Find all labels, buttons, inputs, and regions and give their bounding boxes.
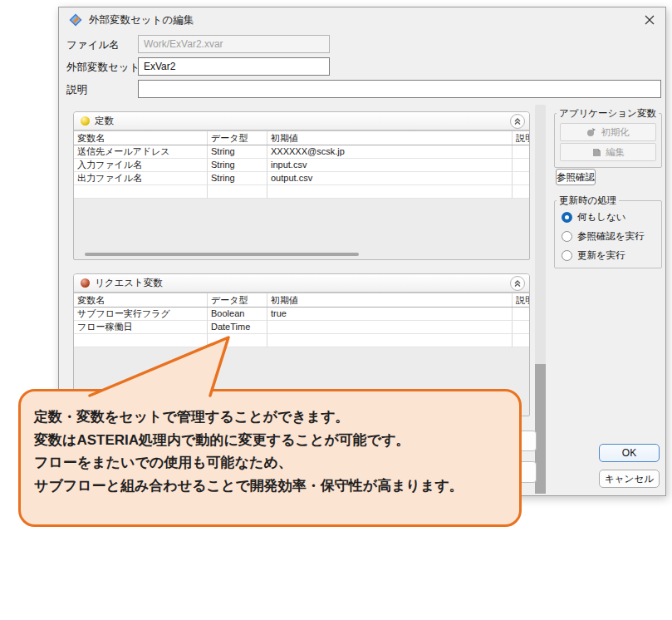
request-variables-section-title: リクエスト変数: [95, 277, 163, 289]
application-variables-label: アプリケーション変数: [557, 107, 659, 120]
page: 外部変数セットの編集 ファイル名 外部変数セット名 説明 定数 変数名: [0, 0, 672, 620]
collapse-request-variables-icon[interactable]: [510, 276, 525, 291]
reference-check-button[interactable]: 参照確認: [556, 169, 596, 185]
initialize-button[interactable]: 初期化: [560, 123, 656, 141]
cell-variable-name[interactable]: 送信先メールアドレス: [74, 145, 208, 159]
col-initial-value: 初期値: [267, 131, 513, 145]
on-update-group: 更新時の処理 何もしない 参照確認を実行 更新を実行: [554, 200, 662, 268]
table-row[interactable]: 送信先メールアドレス String XXXXXX@scsk.jp: [74, 145, 529, 159]
cell-initial-value[interactable]: XXXXXX@scsk.jp: [267, 145, 513, 159]
app-icon: [69, 13, 82, 27]
radio-unselected-icon[interactable]: [562, 250, 572, 261]
initialize-button-label: 初期化: [601, 126, 630, 139]
callout-tail: [79, 329, 245, 399]
close-icon[interactable]: [639, 10, 660, 30]
radio-run-reference-check[interactable]: 参照確認を実行: [562, 230, 645, 242]
cell-description[interactable]: [513, 308, 529, 321]
callout-line: フローをまたいでの使用も可能なため、: [34, 451, 508, 475]
dialog-title: 外部変数セットの編集: [89, 7, 194, 32]
description-label: 説明: [66, 81, 87, 99]
radio-label: 参照確認を実行: [577, 230, 645, 243]
callout-line: 定数・変数をセットで管理することができます。: [34, 406, 508, 429]
constants-table[interactable]: 変数名 データ型 初期値 説明 送信先メールアドレス String XXXXXX…: [74, 130, 529, 199]
table-empty-row[interactable]: [74, 185, 529, 199]
radio-label: 更新を実行: [577, 249, 625, 262]
cancel-button-label: キャンセル: [605, 473, 654, 485]
cell-initial-value[interactable]: output.csv: [267, 172, 513, 185]
application-variables-group: アプリケーション変数 初期化 編集: [554, 113, 662, 168]
cell-variable-name[interactable]: 出力ファイル名: [74, 172, 208, 185]
yellow-ball-icon: [81, 116, 90, 125]
cell-description[interactable]: [513, 145, 529, 159]
constants-section-header: 定数: [74, 112, 529, 130]
col-variable-name: 変数名: [74, 293, 208, 307]
col-description: 説明: [513, 131, 529, 145]
empty-cell: [74, 185, 208, 199]
radio-selected-icon[interactable]: [562, 212, 572, 223]
table-row[interactable]: 入力ファイル名 String input.csv: [74, 159, 529, 172]
description-field[interactable]: [138, 80, 661, 98]
collapse-constants-icon[interactable]: [510, 114, 525, 129]
cell-data-type[interactable]: Boolean: [208, 308, 267, 321]
cell-data-type[interactable]: String: [208, 145, 267, 159]
radio-run-update[interactable]: 更新を実行: [562, 249, 625, 261]
initialize-icon: [586, 127, 596, 137]
empty-cell: [513, 334, 529, 347]
edit-button-label: 編集: [606, 146, 625, 159]
set-name-field[interactable]: [138, 57, 330, 76]
cell-initial-value[interactable]: input.csv: [267, 159, 513, 172]
constants-section-title: 定数: [95, 115, 114, 127]
col-initial-value: 初期値: [267, 293, 513, 307]
col-variable-name: 変数名: [74, 131, 208, 145]
annotation-callout: 定数・変数をセットで管理することができます。 変数はASTERIA処理内で動的に…: [18, 389, 522, 527]
cancel-button[interactable]: キャンセル: [599, 470, 660, 488]
cell-data-type[interactable]: String: [208, 172, 267, 185]
ok-button-label: OK: [622, 447, 636, 459]
empty-cell: [208, 185, 267, 199]
edit-icon: [591, 147, 601, 157]
cell-description[interactable]: [513, 321, 529, 334]
table-row[interactable]: サブフロー実行フラグ Boolean true: [74, 308, 529, 321]
request-variables-section-header: リクエスト変数: [74, 274, 529, 293]
cell-variable-name[interactable]: 入力ファイル名: [74, 159, 208, 172]
file-name-field: [138, 35, 330, 53]
empty-cell: [267, 185, 513, 199]
edit-button[interactable]: 編集: [560, 143, 656, 161]
empty-cell: [513, 185, 529, 199]
radio-label: 何もしない: [577, 211, 626, 224]
col-data-type: データ型: [208, 293, 267, 307]
cell-initial-value[interactable]: [267, 321, 513, 334]
radio-unselected-icon[interactable]: [562, 231, 572, 242]
cell-description[interactable]: [513, 172, 529, 185]
reference-check-button-label: 参照確認: [557, 171, 595, 184]
callout-line: サブフローと組み合わせることで開発効率・保守性が高まります。: [34, 475, 508, 498]
horizontal-scrollbar[interactable]: [85, 253, 359, 256]
table-row[interactable]: 出力ファイル名 String output.csv: [74, 172, 529, 185]
table-header-row: 変数名 データ型 初期値 説明: [74, 293, 529, 308]
cell-data-type[interactable]: String: [208, 159, 267, 172]
constants-section: 定数 変数名 データ型 初期値 説明 送信先メールアドレス String XXX…: [73, 111, 530, 260]
dialog-titlebar[interactable]: 外部変数セットの編集: [59, 7, 665, 32]
file-name-label: ファイル名: [66, 36, 120, 54]
cell-initial-value[interactable]: true: [267, 308, 513, 321]
radio-do-nothing[interactable]: 何もしない: [562, 211, 626, 223]
ok-button[interactable]: OK: [599, 444, 660, 462]
empty-cell: [267, 334, 513, 347]
col-description: 説明: [513, 293, 529, 307]
red-ball-icon: [81, 278, 90, 288]
cell-variable-name[interactable]: サブフロー実行フラグ: [74, 308, 208, 321]
callout-line: 変数はASTERIA処理内で動的に変更することが可能です。: [34, 429, 508, 452]
col-data-type: データ型: [208, 131, 267, 145]
cell-description[interactable]: [513, 159, 529, 172]
table-header-row: 変数名 データ型 初期値 説明: [74, 130, 529, 145]
on-update-group-label: 更新時の処理: [557, 194, 619, 207]
